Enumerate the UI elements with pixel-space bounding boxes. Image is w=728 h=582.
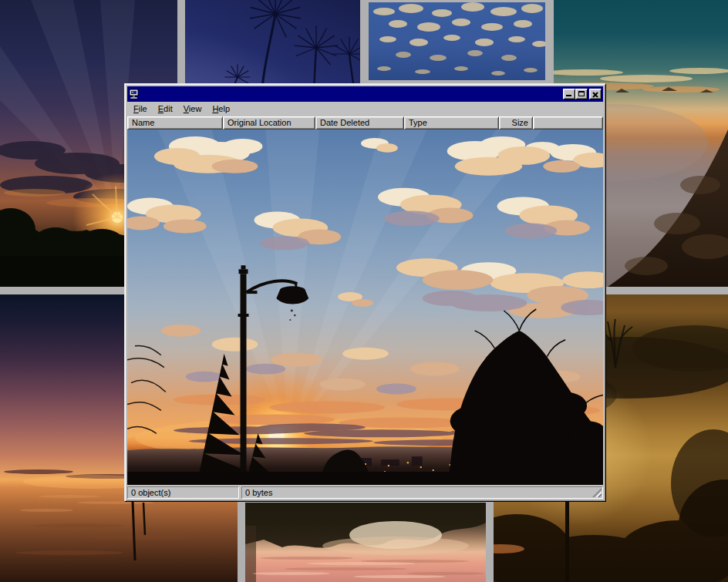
window-background-photo [127,130,603,485]
menu-bar: FileEditViewHelp [127,102,603,116]
sunset-lamp-photo [127,130,603,485]
menu-item-file[interactable]: File [128,103,153,116]
minimize-button[interactable] [563,89,575,99]
wallpaper-photo-altocumulus-blue-sky [369,2,545,80]
column-header-size[interactable]: Size [499,116,533,130]
wallpaper-photo-water-reflection-ripples [245,503,486,582]
computer-icon[interactable] [129,89,141,100]
status-bytes: 0 bytes [241,486,603,499]
close-icon [590,91,601,100]
column-header-filler [533,116,603,130]
resize-grip[interactable] [592,488,602,497]
column-header-row: NameOriginal LocationDate DeletedTypeSiz… [127,116,603,130]
title-bar[interactable] [127,86,603,102]
menu-item-edit[interactable]: Edit [153,103,178,116]
recycle-bin-window: FileEditViewHelp NameOriginal LocationDa… [124,83,606,502]
column-header-name[interactable]: Name [127,116,223,130]
minimize-icon [566,95,571,96]
column-header-date-deleted[interactable]: Date Deleted [315,116,404,130]
column-header-type[interactable]: Type [404,116,499,130]
status-bar: 0 object(s) 0 bytes [127,486,603,499]
menu-item-help[interactable]: Help [207,103,235,116]
menu-item-view[interactable]: View [178,103,207,116]
maximize-icon [578,91,585,96]
maximize-button[interactable] [575,89,588,99]
status-bytes-label: 0 bytes [245,488,272,497]
close-button[interactable] [589,89,602,99]
desktop: FileEditViewHelp NameOriginal LocationDa… [0,0,728,582]
status-objects: 0 object(s) [127,486,239,499]
column-header-original-location[interactable]: Original Location [223,116,315,130]
